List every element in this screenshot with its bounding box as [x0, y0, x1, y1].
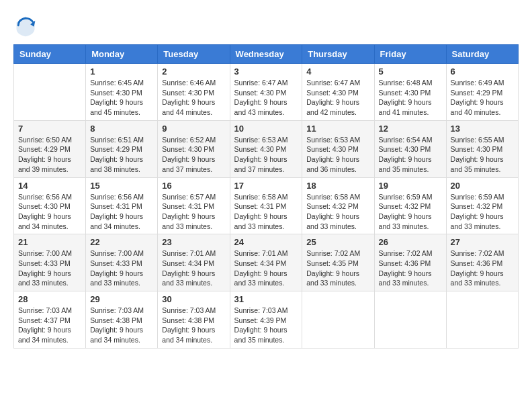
calendar-cell: 8Sunrise: 6:51 AMSunset: 4:29 PMDaylight…	[86, 120, 158, 177]
day-info: Sunrise: 7:02 AMSunset: 4:36 PMDaylight:…	[451, 248, 514, 288]
day-number: 31	[234, 294, 298, 304]
calendar-cell	[14, 64, 86, 121]
calendar-cell: 19Sunrise: 6:59 AMSunset: 4:32 PMDayligh…	[374, 177, 446, 234]
page-header	[13, 13, 519, 38]
calendar-cell: 27Sunrise: 7:02 AMSunset: 4:36 PMDayligh…	[446, 234, 518, 291]
day-number: 7	[18, 124, 81, 134]
day-number: 18	[306, 181, 369, 191]
calendar-cell: 12Sunrise: 6:54 AMSunset: 4:30 PMDayligh…	[374, 120, 446, 177]
day-info: Sunrise: 6:52 AMSunset: 4:30 PMDaylight:…	[162, 135, 225, 175]
day-number: 16	[162, 181, 225, 191]
calendar-day-header: Friday	[374, 45, 446, 64]
calendar-cell: 13Sunrise: 6:55 AMSunset: 4:30 PMDayligh…	[446, 120, 518, 177]
calendar-table: SundayMondayTuesdayWednesdayThursdayFrid…	[13, 44, 519, 349]
calendar-day-header: Saturday	[446, 45, 518, 64]
day-number: 25	[306, 237, 369, 247]
day-info: Sunrise: 6:58 AMSunset: 4:31 PMDaylight:…	[234, 192, 298, 232]
day-info: Sunrise: 6:47 AMSunset: 4:30 PMDaylight:…	[306, 78, 369, 118]
day-number: 19	[379, 181, 442, 191]
calendar-cell: 3Sunrise: 6:47 AMSunset: 4:30 PMDaylight…	[230, 64, 302, 121]
calendar-week-row: 1Sunrise: 6:45 AMSunset: 4:30 PMDaylight…	[14, 64, 519, 121]
day-info: Sunrise: 6:49 AMSunset: 4:29 PMDaylight:…	[451, 78, 514, 118]
day-info: Sunrise: 6:59 AMSunset: 4:32 PMDaylight:…	[451, 192, 514, 232]
calendar-cell: 18Sunrise: 6:58 AMSunset: 4:32 PMDayligh…	[302, 177, 374, 234]
day-number: 6	[451, 66, 514, 77]
day-info: Sunrise: 7:03 AMSunset: 4:39 PMDaylight:…	[234, 306, 298, 345]
calendar-cell: 10Sunrise: 6:53 AMSunset: 4:30 PMDayligh…	[230, 120, 302, 177]
day-info: Sunrise: 6:59 AMSunset: 4:32 PMDaylight:…	[379, 192, 442, 232]
day-info: Sunrise: 7:02 AMSunset: 4:35 PMDaylight:…	[306, 248, 369, 288]
day-info: Sunrise: 6:50 AMSunset: 4:29 PMDaylight:…	[18, 135, 81, 175]
day-info: Sunrise: 6:47 AMSunset: 4:30 PMDaylight:…	[234, 78, 298, 118]
calendar-cell: 15Sunrise: 6:56 AMSunset: 4:31 PMDayligh…	[86, 177, 158, 234]
day-info: Sunrise: 6:48 AMSunset: 4:30 PMDaylight:…	[379, 78, 442, 118]
calendar-day-header: Sunday	[14, 45, 86, 64]
day-info: Sunrise: 7:00 AMSunset: 4:33 PMDaylight:…	[90, 248, 153, 288]
day-number: 29	[90, 294, 153, 304]
day-number: 26	[379, 237, 442, 247]
calendar-cell: 6Sunrise: 6:49 AMSunset: 4:29 PMDaylight…	[446, 64, 518, 121]
calendar-week-row: 28Sunrise: 7:03 AMSunset: 4:37 PMDayligh…	[14, 291, 519, 349]
calendar-cell: 26Sunrise: 7:02 AMSunset: 4:36 PMDayligh…	[374, 234, 446, 291]
calendar-day-header: Wednesday	[230, 45, 302, 64]
logo-icon	[13, 13, 38, 38]
day-info: Sunrise: 6:53 AMSunset: 4:30 PMDaylight:…	[234, 135, 298, 175]
calendar-week-row: 14Sunrise: 6:56 AMSunset: 4:30 PMDayligh…	[14, 177, 519, 234]
day-info: Sunrise: 6:53 AMSunset: 4:30 PMDaylight:…	[306, 135, 369, 175]
calendar-cell: 20Sunrise: 6:59 AMSunset: 4:32 PMDayligh…	[446, 177, 518, 234]
day-number: 8	[90, 124, 153, 134]
calendar-cell: 21Sunrise: 7:00 AMSunset: 4:33 PMDayligh…	[14, 234, 86, 291]
day-number: 22	[90, 237, 153, 247]
calendar-cell: 25Sunrise: 7:02 AMSunset: 4:35 PMDayligh…	[302, 234, 374, 291]
calendar-cell: 5Sunrise: 6:48 AMSunset: 4:30 PMDaylight…	[374, 64, 446, 121]
calendar-cell: 17Sunrise: 6:58 AMSunset: 4:31 PMDayligh…	[230, 177, 302, 234]
calendar-cell: 29Sunrise: 7:03 AMSunset: 4:38 PMDayligh…	[86, 291, 158, 349]
calendar-week-row: 7Sunrise: 6:50 AMSunset: 4:29 PMDaylight…	[14, 120, 519, 177]
day-info: Sunrise: 7:00 AMSunset: 4:33 PMDaylight:…	[18, 248, 81, 288]
calendar-cell: 24Sunrise: 7:01 AMSunset: 4:34 PMDayligh…	[230, 234, 302, 291]
day-number: 2	[162, 66, 225, 77]
calendar-day-header: Thursday	[302, 45, 374, 64]
calendar-day-header: Monday	[86, 45, 158, 64]
calendar-cell: 14Sunrise: 6:56 AMSunset: 4:30 PMDayligh…	[14, 177, 86, 234]
day-number: 24	[234, 237, 298, 247]
day-number: 28	[18, 294, 81, 304]
day-info: Sunrise: 6:51 AMSunset: 4:29 PMDaylight:…	[90, 135, 153, 175]
day-info: Sunrise: 6:56 AMSunset: 4:30 PMDaylight:…	[18, 192, 81, 232]
day-info: Sunrise: 7:02 AMSunset: 4:36 PMDaylight:…	[379, 248, 442, 288]
day-info: Sunrise: 7:01 AMSunset: 4:34 PMDaylight:…	[234, 248, 298, 288]
day-number: 12	[379, 124, 442, 134]
day-info: Sunrise: 6:45 AMSunset: 4:30 PMDaylight:…	[90, 78, 153, 118]
day-number: 15	[90, 181, 153, 191]
calendar-cell: 9Sunrise: 6:52 AMSunset: 4:30 PMDaylight…	[158, 120, 230, 177]
day-info: Sunrise: 6:55 AMSunset: 4:30 PMDaylight:…	[451, 135, 514, 175]
calendar-cell: 28Sunrise: 7:03 AMSunset: 4:37 PMDayligh…	[14, 291, 86, 349]
day-number: 17	[234, 181, 298, 191]
calendar-header-row: SundayMondayTuesdayWednesdayThursdayFrid…	[14, 45, 519, 64]
day-info: Sunrise: 6:46 AMSunset: 4:30 PMDaylight:…	[162, 78, 225, 118]
day-number: 21	[18, 237, 81, 247]
calendar-cell: 1Sunrise: 6:45 AMSunset: 4:30 PMDaylight…	[86, 64, 158, 121]
day-info: Sunrise: 7:03 AMSunset: 4:38 PMDaylight:…	[90, 306, 153, 345]
calendar-cell	[374, 291, 446, 349]
calendar-cell: 4Sunrise: 6:47 AMSunset: 4:30 PMDaylight…	[302, 64, 374, 121]
day-number: 13	[451, 124, 514, 134]
calendar-cell	[446, 291, 518, 349]
day-number: 27	[451, 237, 514, 247]
day-info: Sunrise: 6:56 AMSunset: 4:31 PMDaylight:…	[90, 192, 153, 232]
day-info: Sunrise: 6:54 AMSunset: 4:30 PMDaylight:…	[379, 135, 442, 175]
calendar-cell: 11Sunrise: 6:53 AMSunset: 4:30 PMDayligh…	[302, 120, 374, 177]
calendar-cell: 7Sunrise: 6:50 AMSunset: 4:29 PMDaylight…	[14, 120, 86, 177]
day-number: 23	[162, 237, 225, 247]
day-info: Sunrise: 7:03 AMSunset: 4:38 PMDaylight:…	[162, 306, 225, 345]
day-number: 1	[90, 66, 153, 77]
calendar-week-row: 21Sunrise: 7:00 AMSunset: 4:33 PMDayligh…	[14, 234, 519, 291]
day-number: 14	[18, 181, 81, 191]
day-number: 4	[306, 66, 369, 77]
calendar-cell: 22Sunrise: 7:00 AMSunset: 4:33 PMDayligh…	[86, 234, 158, 291]
day-info: Sunrise: 7:01 AMSunset: 4:34 PMDaylight:…	[162, 248, 225, 288]
calendar-cell: 16Sunrise: 6:57 AMSunset: 4:31 PMDayligh…	[158, 177, 230, 234]
calendar-cell	[302, 291, 374, 349]
day-number: 10	[234, 124, 298, 134]
day-info: Sunrise: 7:03 AMSunset: 4:37 PMDaylight:…	[18, 306, 81, 345]
